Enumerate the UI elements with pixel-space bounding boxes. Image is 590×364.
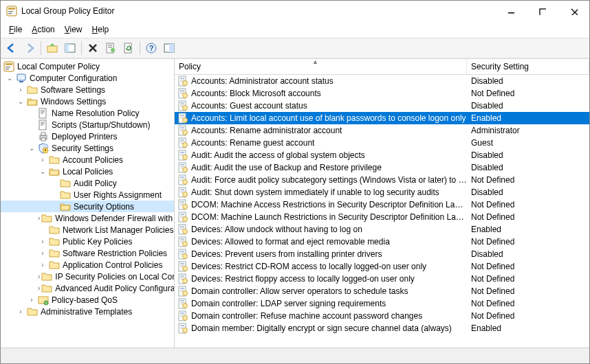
column-header-security-setting[interactable]: Security Setting <box>467 59 589 74</box>
menu-help[interactable]: Help <box>88 23 113 36</box>
minimize-button[interactable] <box>494 1 526 21</box>
script-icon <box>38 108 49 119</box>
expander-icon[interactable]: › <box>38 284 40 292</box>
tree-security-options[interactable]: Security Options <box>1 201 174 212</box>
list-row[interactable]: Accounts: Block Microsoft accountsNot De… <box>175 87 589 100</box>
tree-policy-based-qos[interactable]: › Policy-based QoS <box>1 294 174 306</box>
list-row[interactable]: Accounts: Rename guest accountGuest <box>175 137 589 149</box>
policy-icon <box>177 224 188 235</box>
expander-icon[interactable]: › <box>27 296 36 304</box>
policy-name: Audit: Shut down system immediately if u… <box>191 187 467 197</box>
expander-icon[interactable]: ⌄ <box>16 98 25 105</box>
policy-icon <box>177 174 188 185</box>
list-row[interactable]: Devices: Restrict floppy access to local… <box>175 273 589 285</box>
list-row[interactable]: Audit: Shut down system immediately if u… <box>175 186 589 198</box>
policy-icon <box>177 298 188 309</box>
expander-icon[interactable]: › <box>38 261 47 269</box>
back-button[interactable] <box>3 40 20 56</box>
list-row[interactable]: DCOM: Machine Launch Restrictions in Sec… <box>175 211 589 223</box>
folder-open-icon <box>60 201 71 212</box>
tree-public-key-policies[interactable]: › Public Key Policies <box>1 236 174 247</box>
folder-open-icon <box>49 166 60 177</box>
properties-button[interactable] <box>102 40 119 56</box>
maximize-button[interactable] <box>526 1 558 21</box>
list-row[interactable]: DCOM: Machine Access Restrictions in Sec… <box>175 198 589 211</box>
list-row[interactable]: Devices: Prevent users from installing p… <box>175 248 589 260</box>
tree-root[interactable]: Local Computer Policy <box>1 60 174 72</box>
tree-local-policies[interactable]: ⌄ Local Policies <box>1 166 174 177</box>
policy-setting: Enabled <box>467 113 589 123</box>
tree-windows-defender-firewall[interactable]: › Windows Defender Firewall with Advance… <box>1 212 174 224</box>
tree-scripts[interactable]: Scripts (Startup/Shutdown) <box>1 119 174 130</box>
list-row[interactable]: Domain controller: Allow server operator… <box>175 285 589 297</box>
expander-icon[interactable]: › <box>38 238 47 245</box>
policy-setting: Disabled <box>467 249 589 259</box>
tree-software-settings[interactable]: › Software Settings <box>1 84 174 95</box>
policy-setting: Enabled <box>467 323 589 333</box>
list-header: Policy ▲ Security Setting <box>175 59 589 75</box>
folder-icon <box>49 248 60 259</box>
menu-file[interactable]: File <box>5 23 26 36</box>
list-row[interactable]: Accounts: Rename administrator accountAd… <box>175 124 589 137</box>
menu-action[interactable]: Action <box>28 23 58 36</box>
statusbar <box>1 348 589 363</box>
policy-icon <box>177 212 188 223</box>
tree-advanced-audit-policy[interactable]: › Advanced Audit Policy Configuration <box>1 282 174 294</box>
refresh-button[interactable] <box>120 40 137 56</box>
list-row[interactable]: Accounts: Administrator account statusDi… <box>175 75 589 87</box>
tree-name-resolution-policy[interactable]: Name Resolution Policy <box>1 107 174 119</box>
tree-user-rights-assignment[interactable]: User Rights Assignment <box>1 189 174 201</box>
policy-setting: Not Defined <box>467 212 589 222</box>
expander-icon[interactable]: › <box>38 156 47 163</box>
tree-administrative-templates[interactable]: › Administrative Templates <box>1 306 174 317</box>
folder-icon <box>49 155 60 166</box>
tree-ip-security-policies[interactable]: › IP Security Policies on Local Computer <box>1 271 174 282</box>
list-body[interactable]: Accounts: Administrator account statusDi… <box>175 75 589 348</box>
policy-setting: Disabled <box>467 101 589 111</box>
tree-account-policies[interactable]: › Account Policies <box>1 154 174 166</box>
list-row[interactable]: Devices: Restrict CD-ROM access to local… <box>175 260 589 273</box>
close-button[interactable] <box>558 1 589 21</box>
show-hide-action-pane-button[interactable] <box>161 40 177 56</box>
tree-deployed-printers[interactable]: Deployed Printers <box>1 130 174 142</box>
expander-icon[interactable]: › <box>38 273 40 280</box>
expander-icon[interactable]: ⌄ <box>27 144 36 152</box>
list-row[interactable]: Audit: Audit the access of global system… <box>175 149 589 161</box>
list-row[interactable]: Domain member: Digitally encrypt or sign… <box>175 322 589 334</box>
delete-button[interactable] <box>85 40 101 56</box>
expander-icon[interactable]: › <box>38 214 40 222</box>
list-row[interactable]: Accounts: Limit local account use of bla… <box>175 112 589 124</box>
tree-computer-configuration[interactable]: ⌄ Computer Configuration <box>1 72 174 84</box>
column-header-policy[interactable]: Policy <box>175 59 467 74</box>
expander-icon[interactable]: ⌄ <box>5 74 14 82</box>
forward-button[interactable] <box>21 40 38 56</box>
policy-setting: Not Defined <box>467 200 589 209</box>
tree-network-list-manager-policies[interactable]: Network List Manager Policies <box>1 224 174 236</box>
list-row[interactable]: Domain controller: LDAP server signing r… <box>175 297 589 310</box>
policy-icon <box>177 286 188 297</box>
tree-application-control-policies[interactable]: › Application Control Policies <box>1 259 174 271</box>
tree-software-restriction-policies[interactable]: › Software Restriction Policies <box>1 247 174 259</box>
tree-audit-policy[interactable]: Audit Policy <box>1 177 174 189</box>
list-row[interactable]: Devices: Allow undock without having to … <box>175 223 589 236</box>
show-hide-tree-button[interactable] <box>62 40 78 56</box>
policy-icon <box>177 150 188 161</box>
expander-icon[interactable]: ⌄ <box>38 168 47 175</box>
up-button[interactable] <box>44 40 61 56</box>
expander-icon[interactable]: › <box>16 308 25 315</box>
list-row[interactable]: Domain controller: Refuse machine accoun… <box>175 310 589 322</box>
titlebar[interactable]: Local Group Policy Editor <box>1 1 589 21</box>
list-row[interactable]: Audit: Force audit policy subcategory se… <box>175 174 589 186</box>
tree-windows-settings[interactable]: ⌄ Windows Settings <box>1 95 174 107</box>
help-button[interactable] <box>143 40 160 56</box>
list-row[interactable]: Devices: Allowed to format and eject rem… <box>175 236 589 248</box>
expander-icon[interactable]: › <box>38 249 47 257</box>
policy-setting: Not Defined <box>467 262 589 271</box>
menu-view[interactable]: View <box>61 23 87 36</box>
list-row[interactable]: Audit: Audit the use of Backup and Resto… <box>175 161 589 174</box>
tree-security-settings[interactable]: ⌄ Security Settings <box>1 142 174 154</box>
console-tree[interactable]: Local Computer Policy ⌄ Computer Configu… <box>1 59 175 348</box>
list-row[interactable]: Accounts: Guest account statusDisabled <box>175 100 589 112</box>
policy-icon <box>177 261 188 272</box>
expander-icon[interactable]: › <box>16 86 25 93</box>
